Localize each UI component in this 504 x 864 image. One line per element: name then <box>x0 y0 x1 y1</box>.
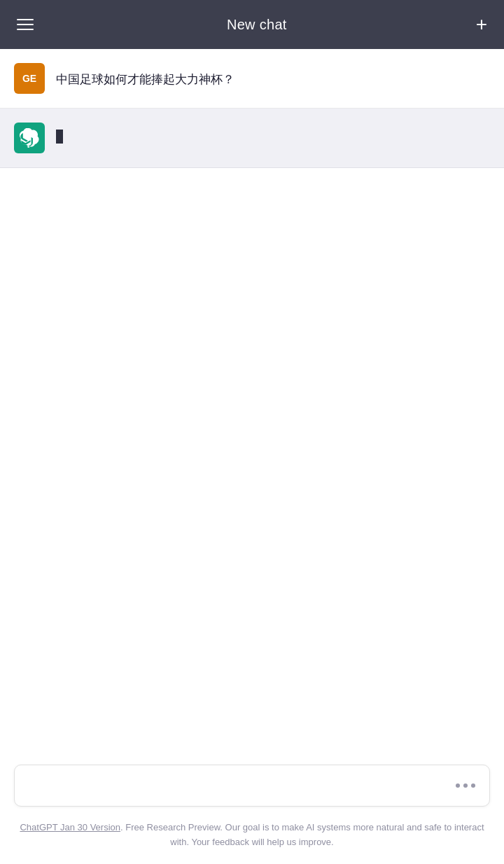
user-message-text: 中国足球如何才能捧起大力神杯？ <box>56 63 234 89</box>
version-link[interactable]: ChatGPT Jan 30 Version <box>20 822 120 832</box>
footer-description: . Free Research Preview. Our goal is to … <box>120 822 484 847</box>
assistant-message-row <box>0 109 504 168</box>
input-dots-indicator <box>456 783 475 788</box>
app-header: New chat + <box>0 0 504 49</box>
menu-icon[interactable] <box>17 19 38 30</box>
user-avatar: GE <box>14 63 45 94</box>
empty-content-area <box>0 168 504 753</box>
dot-3 <box>471 783 475 788</box>
user-message-row: GE 中国足球如何才能捧起大力神杯？ <box>0 49 504 109</box>
new-chat-icon[interactable]: + <box>476 15 487 34</box>
page-title: New chat <box>227 17 287 33</box>
assistant-avatar <box>14 123 45 153</box>
dot-1 <box>456 783 460 788</box>
chatgpt-logo-icon <box>20 128 39 148</box>
app-footer: ChatGPT Jan 30 Version. Free Research Pr… <box>0 812 504 864</box>
input-area <box>0 753 504 812</box>
dot-2 <box>463 783 468 788</box>
avatar-initials: GE <box>22 73 36 84</box>
footer-text: ChatGPT Jan 30 Version. Free Research Pr… <box>14 821 490 850</box>
message-input-box[interactable] <box>14 765 490 807</box>
chat-area: GE 中国足球如何才能捧起大力神杯？ <box>0 49 504 753</box>
typing-cursor <box>56 130 63 144</box>
